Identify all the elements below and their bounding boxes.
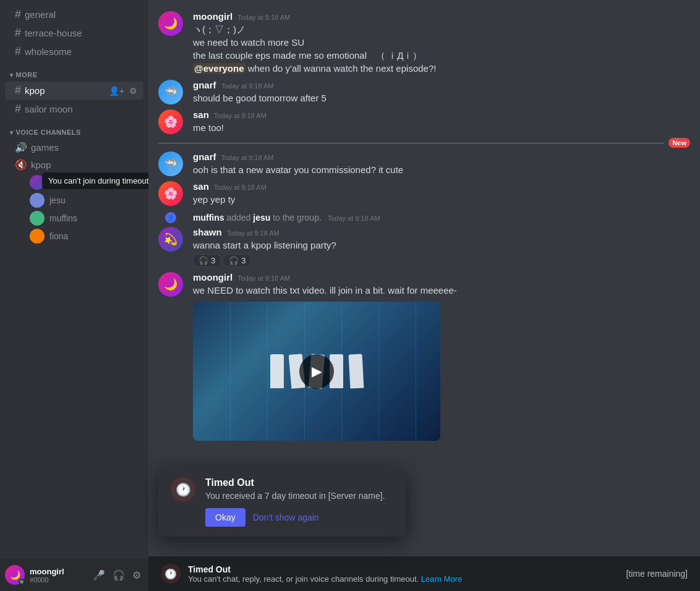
member-name: jesu (49, 195, 66, 205)
reaction-1[interactable]: 🎧 3 (193, 254, 221, 267)
avatar: 🌸 (158, 109, 183, 134)
add-member-button[interactable]: 👤+ (108, 85, 126, 97)
avatar (30, 175, 45, 190)
speaker-muted-icon: 🔇 (15, 159, 27, 171)
system-timestamp: Today at 9:18 AM (328, 215, 380, 222)
message-author[interactable]: san (193, 181, 209, 192)
timed-out-modal: 🕐 Timed Out You received a 7 day timeout… (158, 467, 406, 537)
deafen-button[interactable]: 🎧 (110, 567, 127, 584)
message-text: should be good tomorrow after 5 (193, 91, 690, 104)
voice-member-muffins[interactable]: muffins (25, 210, 143, 227)
reaction-count: 3 (211, 256, 215, 265)
message-author[interactable]: san (193, 109, 209, 120)
time-remaining: [time remaining] (626, 569, 688, 579)
timeout-icon: 🕐 (171, 477, 195, 502)
message-content: san Today at 9:18 AM me too! (193, 109, 690, 134)
voice-channel-name: games (31, 142, 59, 153)
message-group: 💫 shawn Today at 9:18 AM wanna start a k… (148, 226, 700, 268)
banner-title: Timed Out (188, 564, 618, 574)
voice-member-fiona[interactable]: fiona (25, 227, 143, 245)
message-group: 🌸 san Today at 9:18 AM me too! (148, 108, 700, 135)
channel-name: general (25, 9, 139, 20)
video-embed[interactable]: ▶ (193, 302, 440, 441)
member-name: fiona (49, 231, 68, 241)
banner-description: You can't chat, reply, react, or join vo… (188, 574, 618, 584)
system-actor[interactable]: muffins (193, 213, 224, 223)
reaction-count: 3 (241, 256, 245, 265)
voice-channel-games[interactable]: 🔊 games (5, 139, 143, 156)
sidebar-item-wholesome[interactable]: # wholesome (5, 43, 143, 61)
username: moongirl (30, 567, 90, 576)
avatar-col: 🦈 (158, 151, 183, 176)
learn-more-link[interactable]: Learn More (421, 574, 462, 584)
message-content: moongirl Today at 9:18 AM we NEED to wat… (193, 272, 690, 441)
message-timestamp: Today at 9:18 AM (221, 82, 274, 90)
new-badge: New (668, 138, 690, 148)
avatar: 🦈 (158, 151, 183, 176)
voice-channels-header[interactable]: VOICE CHANNELS (0, 119, 148, 138)
sidebar-item-sailor-moon[interactable]: # sailor moon (5, 100, 143, 118)
hash-icon: # (15, 45, 21, 58)
sidebar-item-general[interactable]: # general (5, 6, 143, 23)
speaker-icon: 🔊 (15, 142, 27, 153)
avatar (30, 193, 45, 208)
channel-settings-button[interactable]: ⚙ (128, 85, 139, 97)
message-header: gnarf Today at 9:18 AM (193, 151, 690, 162)
avatar: 💫 (158, 227, 183, 252)
play-button[interactable]: ▶ (299, 354, 334, 389)
channel-name: wholesome (25, 46, 139, 57)
hash-icon: # (15, 103, 21, 116)
message-timestamp: Today at 9:18 AM (237, 14, 290, 21)
member-name: muffins (49, 213, 77, 223)
add-member-icon: 👤 (165, 212, 176, 223)
new-messages-divider: New (158, 138, 690, 148)
system-target[interactable]: jesu (253, 213, 270, 223)
message-header: san Today at 9:18 AM (193, 109, 690, 120)
user-settings-button[interactable]: ⚙ (130, 567, 143, 584)
timeout-description: You received a 7 day timeout in [Server … (205, 491, 393, 501)
message-content: gnarf Today at 9:18 AM should be good to… (193, 80, 690, 104)
message-author[interactable]: moongirl (193, 272, 233, 283)
system-suffix: to the group. (273, 213, 322, 223)
message-author[interactable]: gnarf (193, 80, 216, 90)
message-group: 🌙 moongirl Today at 9:18 AM ヽ(；▽；)ノ we n… (148, 10, 700, 76)
message-text: ヽ(；▽；)ノ (193, 23, 690, 36)
message-timestamp: Today at 9:18 AM (221, 154, 274, 161)
reaction-2[interactable]: 🎧 3 (223, 254, 251, 267)
message-text: we NEED to watch this txt video. ill joi… (193, 284, 690, 297)
dont-show-button[interactable]: Don't show again (253, 512, 319, 522)
sidebar-item-terrace-house[interactable]: # terrace-house (5, 24, 143, 42)
message-text: we need to watch more SU (193, 36, 690, 49)
avatar: 🌸 (158, 181, 183, 206)
clock-icon: 🕐 (164, 568, 177, 580)
message-author[interactable]: shawn (193, 227, 222, 237)
channel-name: kpop (25, 85, 108, 96)
main-area: 🌙 moongirl Today at 9:18 AM ヽ(；▽；)ノ we n… (148, 0, 700, 591)
message-author[interactable]: gnarf (193, 151, 216, 162)
okay-button[interactable]: Okay (205, 508, 245, 527)
voice-channel-name: kpop (31, 159, 51, 170)
sidebar-item-kpop[interactable]: # kpop 👤+ ⚙ (5, 82, 143, 100)
voice-channel-kpop[interactable]: 🔇 kpop You can't join during timeout. (5, 156, 143, 173)
message-timestamp: Today at 9:18 AM (227, 229, 280, 237)
mute-button[interactable]: 🎤 (90, 567, 108, 584)
message-content: shawn Today at 9:18 AM wanna start a kpo… (193, 227, 690, 267)
message-content: moongirl Today at 9:18 AM ヽ(；▽；)ノ we nee… (193, 11, 690, 75)
voice-member-shawn[interactable]: shawn LIVE (25, 174, 143, 191)
timed-out-banner: 🕐 Timed Out You can't chat, reply, react… (148, 556, 700, 591)
message-text: yep yep ty (193, 193, 690, 206)
message-group: 🦈 gnarf Today at 9:18 AM should be good … (148, 79, 700, 106)
avatar-col: 🌙 (158, 11, 183, 75)
message-content: san Today at 9:18 AM yep yep ty (193, 181, 690, 206)
user-avatar-container: 🌙 (5, 565, 25, 585)
voice-members-list: shawn LIVE jesu muffins fiona (0, 174, 148, 245)
reaction-emoji: 🎧 (229, 256, 239, 265)
message-timestamp: Today at 9:18 AM (214, 112, 267, 119)
system-icon-col: 👤 (158, 212, 183, 223)
avatar-col: 💫 (158, 227, 183, 267)
message-text: the last couple eps made me so emotional… (193, 49, 690, 62)
voice-member-jesu[interactable]: jesu (25, 192, 143, 209)
more-section-header[interactable]: MORE (0, 61, 148, 81)
message-author[interactable]: moongirl (193, 11, 233, 22)
message-timestamp: Today at 9:18 AM (237, 274, 290, 282)
